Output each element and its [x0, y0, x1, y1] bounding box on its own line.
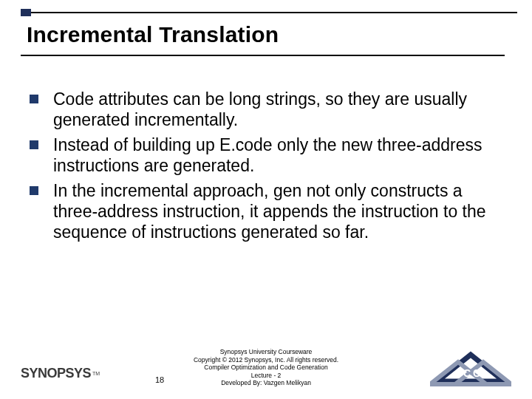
- bullet-square-icon: [30, 95, 38, 103]
- svg-text:C: C: [473, 367, 480, 379]
- slide-body: Code attributes can be long strings, so …: [30, 89, 502, 247]
- slide-title: Incremental Translation: [21, 9, 502, 55]
- title-block: Incremental Translation: [21, 9, 502, 56]
- bullet-text: Code attributes can be long strings, so …: [53, 89, 502, 130]
- bullet-text: In the incremental approach, gen not onl…: [53, 180, 502, 242]
- sac-logo-icon: C C: [430, 346, 511, 387]
- title-accent-box: [21, 9, 31, 16]
- svg-text:C: C: [463, 367, 471, 379]
- bullet-text: Instead of building up E.code only the n…: [53, 134, 502, 176]
- footer: SYNOPSYS TM 18 Synopsys University Cours…: [0, 335, 532, 395]
- list-item: Instead of building up E.code only the n…: [30, 134, 502, 176]
- bullet-square-icon: [30, 186, 38, 195]
- list-item: Code attributes can be long strings, so …: [30, 89, 502, 130]
- title-rule-bottom: [21, 55, 505, 56]
- slide: Incremental Translation Code attributes …: [0, 0, 532, 399]
- bullet-square-icon: [30, 140, 38, 149]
- list-item: In the incremental approach, gen not onl…: [30, 180, 502, 242]
- title-rule-top: [31, 12, 517, 13]
